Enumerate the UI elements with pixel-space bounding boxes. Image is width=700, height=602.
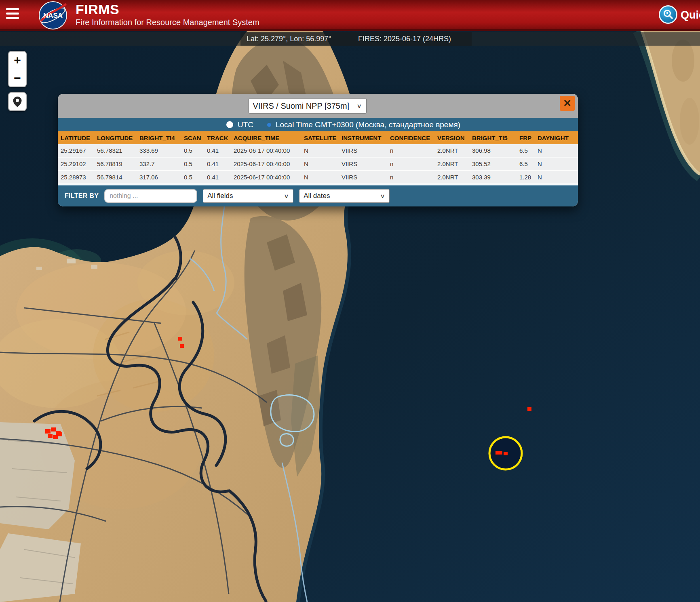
td: N xyxy=(535,147,578,154)
locate-button[interactable] xyxy=(8,92,27,111)
dataset-select[interactable]: VIIRS / Suomi NPP [375m] ∨ xyxy=(249,98,367,114)
fire-data-popup: VIIRS / Suomi NPP [375m] ∨ ✕ UTCLocal Ti… xyxy=(58,94,578,206)
th[interactable]: VERSION xyxy=(434,135,469,141)
zoom-control: + − xyxy=(8,51,27,87)
td: n xyxy=(387,174,434,181)
td: 2025-06-17 00:40:00 xyxy=(231,147,301,154)
chevron-down-icon: ∨ xyxy=(356,102,362,109)
firms-app: NASA FIRMS Fire Information for Resource… xyxy=(0,0,700,602)
td: 303.39 xyxy=(469,174,517,181)
th[interactable]: CONFIDENCE xyxy=(387,135,434,141)
time-mode-radio-0[interactable]: UTC xyxy=(226,120,253,129)
td: 56.78819 xyxy=(94,160,137,167)
td: 56.78321 xyxy=(94,147,137,154)
td: 25.29167 xyxy=(58,147,94,154)
fire-marker[interactable] xyxy=(178,337,182,341)
td: 333.69 xyxy=(137,147,181,154)
time-mode-row: UTCLocal Time GMT+0300 (Москва, стандарт… xyxy=(58,118,578,131)
td: 2025-06-17 00:40:00 xyxy=(231,160,301,167)
th[interactable]: LATITUDE xyxy=(58,135,94,141)
satellite-map[interactable] xyxy=(0,0,700,602)
td: 6.5 xyxy=(517,147,535,154)
table-body: 25.2916756.78321333.690.50.412025-06-17 … xyxy=(58,144,578,185)
filter-fields-value: All fields xyxy=(207,192,233,200)
td: VIIRS xyxy=(339,160,387,167)
radio-label: Local Time GMT+0300 (Москва, стандартное… xyxy=(276,120,460,129)
zoom-in-button[interactable]: + xyxy=(9,52,26,69)
quick-search-label[interactable]: Quic xyxy=(681,9,700,21)
td: 1.28 xyxy=(517,174,535,181)
th[interactable]: TRACK xyxy=(204,135,231,141)
td: 2.0NRT xyxy=(434,174,469,181)
filter-dates-select[interactable]: All dates ∨ xyxy=(299,189,390,203)
fires-date-label: FIRES: 2025-06-17 (24HRS) xyxy=(358,32,451,46)
td: 0.5 xyxy=(181,174,204,181)
radio-label: UTC xyxy=(238,120,253,129)
td: 25.28973 xyxy=(58,174,94,181)
app-header: NASA FIRMS Fire Information for Resource… xyxy=(0,0,700,31)
svg-text:NASA: NASA xyxy=(43,12,63,19)
app-title: FIRMS xyxy=(76,2,119,17)
chevron-down-icon: ∨ xyxy=(380,192,385,200)
app-subtitle: Fire Information for Resource Management… xyxy=(76,18,259,27)
td: VIIRS xyxy=(339,174,387,181)
close-button[interactable]: ✕ xyxy=(560,96,575,111)
td: 332.7 xyxy=(137,160,181,167)
td: n xyxy=(387,160,434,167)
popup-header: VIIRS / Suomi NPP [375m] ∨ ✕ xyxy=(58,94,578,118)
table-row[interactable]: 25.2897356.79814317.060.50.412025-06-17 … xyxy=(58,171,578,183)
fire-marker[interactable] xyxy=(180,344,184,348)
filter-row: FILTER BY All fields ∨ All dates ∨ xyxy=(58,185,578,206)
filter-text-input[interactable] xyxy=(104,189,197,203)
quick-search-button[interactable] xyxy=(659,5,677,24)
th[interactable]: BRIGHT_TI5 xyxy=(469,135,517,141)
zoom-out-button[interactable]: − xyxy=(9,69,26,86)
radio-icon xyxy=(226,121,233,128)
td: 2025-06-17 00:40:00 xyxy=(231,174,301,181)
th[interactable]: SCAN xyxy=(181,135,204,141)
td: VIIRS xyxy=(339,147,387,154)
td: 0.5 xyxy=(181,160,204,167)
td: 2.0NRT xyxy=(434,147,469,154)
td: N xyxy=(301,160,339,167)
filter-by-label: FILTER BY xyxy=(65,192,99,200)
nasa-logo[interactable]: NASA xyxy=(38,0,68,30)
td: 306.98 xyxy=(469,147,517,154)
filter-fields-select[interactable]: All fields ∨ xyxy=(203,189,293,203)
td: 6.5 xyxy=(517,160,535,167)
dataset-select-value: VIIRS / Suomi NPP [375m] xyxy=(253,101,350,111)
menu-hamburger-icon[interactable] xyxy=(6,8,20,20)
th[interactable]: ACQUIRE_TIME xyxy=(231,135,301,141)
location-pin-icon xyxy=(13,96,22,107)
map-status-bar: Lat: 25.279°, Lon: 56.997° FIRES: 2025-0… xyxy=(0,32,700,46)
td: 56.79814 xyxy=(94,174,137,181)
td: N xyxy=(535,174,578,181)
th[interactable]: BRIGHT_TI4 xyxy=(137,135,181,141)
td: n xyxy=(387,147,434,154)
td: 317.06 xyxy=(137,174,181,181)
td: N xyxy=(301,147,339,154)
cursor-coordinates: Lat: 25.279°, Lon: 56.997° xyxy=(247,32,331,46)
td: N xyxy=(301,174,339,181)
table-row[interactable]: 25.2916756.78321333.690.50.412025-06-17 … xyxy=(58,144,578,157)
chevron-down-icon: ∨ xyxy=(284,192,289,200)
radio-icon xyxy=(267,123,271,127)
td: 0.41 xyxy=(204,147,231,154)
td: 25.29102 xyxy=(58,160,94,167)
th[interactable]: FRP xyxy=(517,135,535,141)
th[interactable]: INSTRUMENT xyxy=(339,135,387,141)
time-mode-radio-1[interactable]: Local Time GMT+0300 (Москва, стандартное… xyxy=(267,120,460,129)
th[interactable]: SATELLITE xyxy=(301,135,339,141)
fire-marker[interactable] xyxy=(527,407,531,411)
td: 0.41 xyxy=(204,160,231,167)
filter-dates-value: All dates xyxy=(304,192,330,200)
th[interactable]: DAYNIGHT xyxy=(535,135,578,141)
selected-fire-highlight xyxy=(489,437,522,469)
td: 2.0NRT xyxy=(434,160,469,167)
table-row[interactable]: 25.2910256.78819332.70.50.412025-06-17 0… xyxy=(58,158,578,170)
th[interactable]: LONGITUDE xyxy=(94,135,137,141)
table-header-row: LATITUDELONGITUDEBRIGHT_TI4SCANTRACKACQU… xyxy=(58,131,578,144)
td: 0.41 xyxy=(204,174,231,181)
td: 0.5 xyxy=(181,147,204,154)
td: N xyxy=(535,160,578,167)
